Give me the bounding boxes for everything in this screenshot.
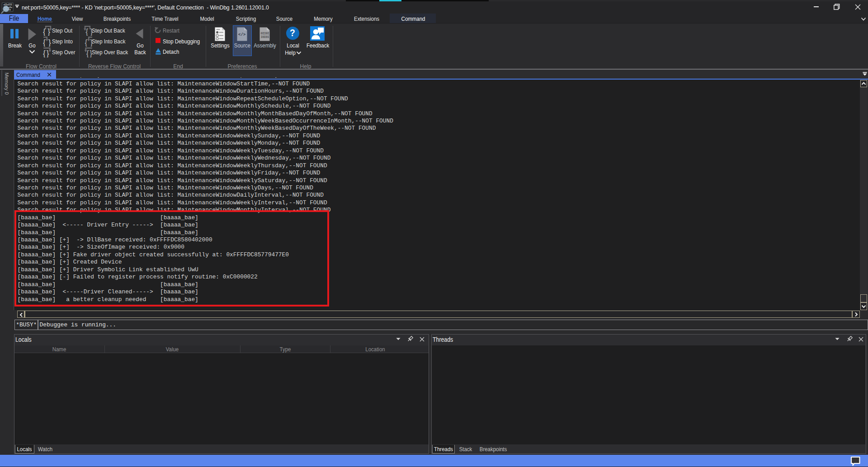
svg-text:{: { [86, 49, 89, 57]
svg-text:</>: </> [238, 33, 245, 37]
svg-text:{: { [85, 38, 87, 47]
svg-text:{: { [85, 27, 88, 36]
svg-text:}: } [48, 38, 51, 47]
svg-text:{: { [43, 38, 46, 47]
svg-text:{: { [43, 27, 46, 36]
svg-text:I0I0I: I0I0I [260, 35, 269, 38]
svg-text:}: } [46, 49, 49, 57]
svg-text:0II0I: 0II0I [260, 31, 269, 35]
svg-text:}: } [47, 27, 50, 36]
svg-text:{: { [43, 49, 46, 57]
